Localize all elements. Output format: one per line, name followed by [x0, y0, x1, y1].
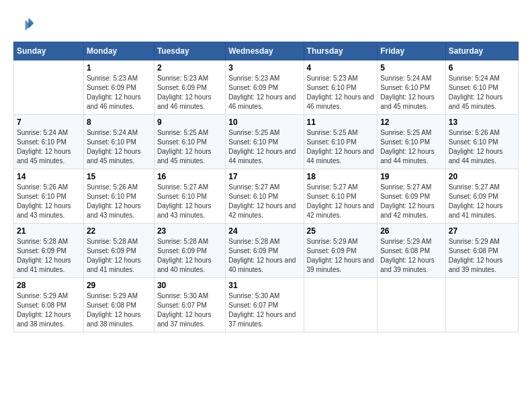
- day-info: Sunrise: 5:30 AMSunset: 6:07 PMDaylight:…: [157, 291, 222, 329]
- calendar-cell: 12Sunrise: 5:25 AMSunset: 6:10 PMDayligh…: [378, 115, 446, 169]
- calendar-cell: 23Sunrise: 5:28 AMSunset: 6:09 PMDayligh…: [154, 224, 225, 278]
- day-info: Sunrise: 5:29 AMSunset: 6:08 PMDaylight:…: [449, 237, 515, 275]
- day-info: Sunrise: 5:26 AMSunset: 6:10 PMDaylight:…: [17, 183, 81, 220]
- calendar-cell: 16Sunrise: 5:27 AMSunset: 6:10 PMDayligh…: [154, 169, 225, 224]
- day-number: 5: [380, 63, 443, 73]
- day-number: 9: [157, 118, 222, 127]
- header-cell-monday: Monday: [83, 42, 154, 60]
- day-info: Sunrise: 5:23 AMSunset: 6:09 PMDaylight:…: [87, 74, 151, 111]
- day-number: 14: [17, 172, 81, 181]
- calendar-cell: 17Sunrise: 5:27 AMSunset: 6:10 PMDayligh…: [226, 169, 304, 224]
- calendar-cell: 26Sunrise: 5:29 AMSunset: 6:08 PMDayligh…: [378, 224, 446, 278]
- calendar-cell: 3Sunrise: 5:23 AMSunset: 6:09 PMDaylight…: [226, 60, 304, 115]
- calendar-cell: 2Sunrise: 5:23 AMSunset: 6:09 PMDaylight…: [154, 60, 225, 115]
- day-number: 3: [228, 63, 300, 73]
- day-info: Sunrise: 5:27 AMSunset: 6:10 PMDaylight:…: [228, 183, 300, 220]
- calendar-cell: [304, 278, 378, 332]
- calendar-cell: [14, 60, 84, 115]
- calendar-cell: [378, 278, 446, 332]
- day-number: 8: [87, 118, 151, 127]
- day-info: Sunrise: 5:29 AMSunset: 6:08 PMDaylight:…: [87, 291, 151, 329]
- day-info: Sunrise: 5:29 AMSunset: 6:08 PMDaylight:…: [380, 237, 443, 275]
- day-info: Sunrise: 5:26 AMSunset: 6:10 PMDaylight:…: [87, 183, 151, 220]
- header-cell-thursday: Thursday: [304, 42, 378, 60]
- calendar-cell: 31Sunrise: 5:30 AMSunset: 6:07 PMDayligh…: [226, 278, 304, 332]
- page-header: [13, 13, 519, 35]
- day-number: 27: [449, 226, 515, 236]
- calendar-body: 1Sunrise: 5:23 AMSunset: 6:09 PMDaylight…: [14, 60, 519, 332]
- day-number: 13: [449, 118, 515, 127]
- day-number: 12: [380, 118, 443, 127]
- day-number: 22: [87, 226, 151, 236]
- header-cell-wednesday: Wednesday: [226, 42, 304, 60]
- calendar-week-5: 28Sunrise: 5:29 AMSunset: 6:08 PMDayligh…: [14, 278, 519, 332]
- day-info: Sunrise: 5:25 AMSunset: 6:10 PMDaylight:…: [228, 128, 300, 166]
- day-info: Sunrise: 5:27 AMSunset: 6:10 PMDaylight:…: [157, 183, 222, 220]
- header-cell-tuesday: Tuesday: [154, 42, 225, 60]
- day-number: 30: [157, 281, 222, 290]
- day-info: Sunrise: 5:28 AMSunset: 6:09 PMDaylight:…: [87, 237, 151, 275]
- day-info: Sunrise: 5:24 AMSunset: 6:10 PMDaylight:…: [17, 128, 81, 166]
- day-info: Sunrise: 5:23 AMSunset: 6:10 PMDaylight:…: [307, 74, 375, 111]
- day-number: 23: [157, 226, 222, 236]
- day-info: Sunrise: 5:25 AMSunset: 6:10 PMDaylight:…: [380, 128, 443, 166]
- calendar-cell: 27Sunrise: 5:29 AMSunset: 6:08 PMDayligh…: [445, 224, 518, 278]
- day-number: 24: [228, 226, 300, 236]
- day-info: Sunrise: 5:27 AMSunset: 6:09 PMDaylight:…: [380, 183, 443, 220]
- calendar-cell: 30Sunrise: 5:30 AMSunset: 6:07 PMDayligh…: [154, 278, 225, 332]
- header-cell-sunday: Sunday: [14, 42, 84, 60]
- day-number: 29: [87, 281, 151, 290]
- day-info: Sunrise: 5:30 AMSunset: 6:07 PMDaylight:…: [228, 291, 300, 329]
- calendar-cell: 21Sunrise: 5:28 AMSunset: 6:09 PMDayligh…: [14, 224, 84, 278]
- calendar-table: SundayMondayTuesdayWednesdayThursdayFrid…: [13, 42, 519, 332]
- header-row: SundayMondayTuesdayWednesdayThursdayFrid…: [14, 42, 519, 60]
- calendar-cell: 8Sunrise: 5:24 AMSunset: 6:10 PMDaylight…: [83, 115, 154, 169]
- calendar-header: SundayMondayTuesdayWednesdayThursdayFrid…: [14, 42, 519, 60]
- day-info: Sunrise: 5:25 AMSunset: 6:10 PMDaylight:…: [157, 128, 222, 166]
- calendar-week-2: 7Sunrise: 5:24 AMSunset: 6:10 PMDaylight…: [14, 115, 519, 169]
- day-info: Sunrise: 5:23 AMSunset: 6:09 PMDaylight:…: [228, 74, 300, 111]
- day-info: Sunrise: 5:29 AMSunset: 6:08 PMDaylight:…: [17, 291, 81, 329]
- day-number: 16: [157, 172, 222, 181]
- day-info: Sunrise: 5:25 AMSunset: 6:10 PMDaylight:…: [307, 128, 375, 166]
- day-info: Sunrise: 5:26 AMSunset: 6:10 PMDaylight:…: [449, 128, 515, 166]
- calendar-cell: [445, 278, 518, 332]
- calendar-cell: 24Sunrise: 5:28 AMSunset: 6:09 PMDayligh…: [226, 224, 304, 278]
- calendar-cell: 18Sunrise: 5:27 AMSunset: 6:10 PMDayligh…: [304, 169, 378, 224]
- calendar-cell: 11Sunrise: 5:25 AMSunset: 6:10 PMDayligh…: [304, 115, 378, 169]
- day-info: Sunrise: 5:24 AMSunset: 6:10 PMDaylight:…: [380, 74, 443, 111]
- calendar-cell: 14Sunrise: 5:26 AMSunset: 6:10 PMDayligh…: [14, 169, 84, 224]
- day-info: Sunrise: 5:23 AMSunset: 6:09 PMDaylight:…: [157, 74, 222, 111]
- day-number: 20: [449, 172, 515, 181]
- calendar-cell: 9Sunrise: 5:25 AMSunset: 6:10 PMDaylight…: [154, 115, 225, 169]
- day-number: 28: [17, 281, 81, 290]
- calendar-cell: 1Sunrise: 5:23 AMSunset: 6:09 PMDaylight…: [83, 60, 154, 115]
- day-number: 17: [228, 172, 300, 181]
- day-number: 31: [228, 281, 300, 290]
- day-number: 11: [307, 118, 375, 127]
- calendar-cell: 15Sunrise: 5:26 AMSunset: 6:10 PMDayligh…: [83, 169, 154, 224]
- calendar-cell: 28Sunrise: 5:29 AMSunset: 6:08 PMDayligh…: [14, 278, 84, 332]
- logo-icon: [13, 13, 35, 35]
- calendar-cell: 19Sunrise: 5:27 AMSunset: 6:09 PMDayligh…: [378, 169, 446, 224]
- calendar-cell: 10Sunrise: 5:25 AMSunset: 6:10 PMDayligh…: [226, 115, 304, 169]
- calendar-week-1: 1Sunrise: 5:23 AMSunset: 6:09 PMDaylight…: [14, 60, 519, 115]
- calendar-cell: 4Sunrise: 5:23 AMSunset: 6:10 PMDaylight…: [304, 60, 378, 115]
- day-number: 19: [380, 172, 443, 181]
- logo: [13, 13, 38, 35]
- svg-marker-0: [28, 17, 34, 28]
- day-number: 18: [307, 172, 375, 181]
- day-info: Sunrise: 5:27 AMSunset: 6:09 PMDaylight:…: [449, 183, 515, 220]
- day-number: 1: [87, 63, 151, 73]
- calendar-cell: 25Sunrise: 5:29 AMSunset: 6:09 PMDayligh…: [304, 224, 378, 278]
- header-cell-saturday: Saturday: [445, 42, 518, 60]
- day-number: 15: [87, 172, 151, 181]
- calendar-cell: 22Sunrise: 5:28 AMSunset: 6:09 PMDayligh…: [83, 224, 154, 278]
- calendar-cell: 29Sunrise: 5:29 AMSunset: 6:08 PMDayligh…: [83, 278, 154, 332]
- day-number: 26: [380, 226, 443, 236]
- calendar-cell: 6Sunrise: 5:24 AMSunset: 6:10 PMDaylight…: [445, 60, 518, 115]
- day-info: Sunrise: 5:27 AMSunset: 6:10 PMDaylight:…: [307, 183, 375, 220]
- day-info: Sunrise: 5:28 AMSunset: 6:09 PMDaylight:…: [228, 237, 300, 275]
- day-info: Sunrise: 5:28 AMSunset: 6:09 PMDaylight:…: [157, 237, 222, 275]
- day-number: 21: [17, 226, 81, 236]
